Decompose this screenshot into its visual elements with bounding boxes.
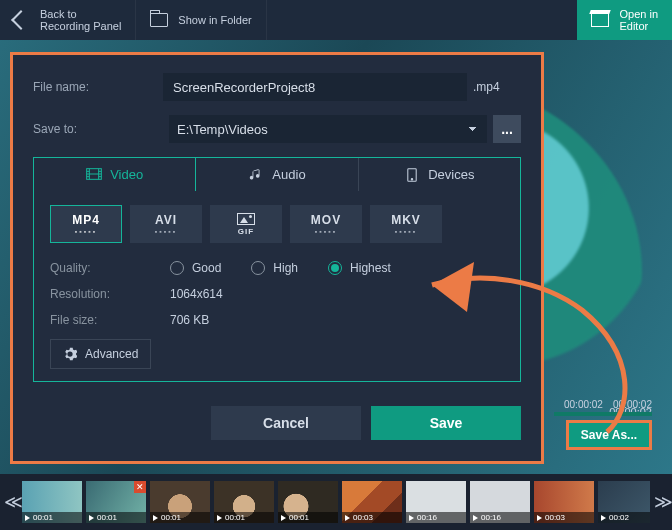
thumb-close-icon[interactable]: ✕	[134, 481, 146, 493]
filename-label: File name:	[33, 80, 163, 94]
tab-video[interactable]: Video	[33, 157, 196, 191]
thumbnail-6[interactable]: 00:16	[406, 481, 466, 523]
video-panel: MP4▪▪▪▪▪ AVI▪▪▪▪▪ GIF MOV▪▪▪▪▪ MKV▪▪▪▪▪ …	[33, 191, 521, 382]
tab-devices[interactable]: Devices	[359, 158, 520, 191]
show-in-folder-label: Show in Folder	[178, 14, 251, 26]
back-line1: Back to	[40, 8, 121, 20]
play-icon	[537, 515, 542, 521]
cancel-button[interactable]: Cancel	[211, 406, 361, 440]
thumbnail-strip: ≪ 00:01✕00:0100:0100:0100:0100:0300:1600…	[0, 474, 672, 530]
advanced-label: Advanced	[85, 347, 138, 361]
play-icon	[601, 515, 606, 521]
folder-icon	[150, 13, 168, 27]
thumbnail-0[interactable]: 00:01	[22, 481, 82, 523]
quality-good[interactable]: Good	[170, 261, 221, 275]
tab-audio-label: Audio	[272, 167, 305, 182]
strip-prev[interactable]: ≪	[4, 491, 18, 513]
play-icon	[89, 515, 94, 521]
back-line2: Recording Panel	[40, 20, 121, 32]
play-icon	[473, 515, 478, 521]
thumbnail-9[interactable]: 00:02	[598, 481, 650, 523]
topbar: Back to Recording Panel Show in Folder O…	[0, 0, 672, 40]
thumbnails: 00:01✕00:0100:0100:0100:0100:0300:1600:1…	[22, 481, 650, 523]
saveto-select[interactable]: E:\Temp\Videos	[169, 115, 487, 143]
filesize-value: 706 KB	[170, 313, 209, 327]
advanced-button[interactable]: Advanced	[50, 339, 151, 369]
save-as-button[interactable]: Save As...	[566, 420, 652, 450]
play-icon	[153, 515, 158, 521]
format-tabs: Video Audio Devices	[33, 157, 521, 191]
format-gif[interactable]: GIF	[210, 205, 282, 243]
play-icon	[217, 515, 222, 521]
thumbnail-8[interactable]: 00:03	[534, 481, 594, 523]
progress-bar[interactable]	[554, 412, 652, 416]
time-tick-end: 00:00:02	[613, 399, 652, 410]
format-avi[interactable]: AVI▪▪▪▪▪	[130, 205, 202, 243]
play-icon	[345, 515, 350, 521]
resolution-value: 1064x614	[170, 287, 223, 301]
thumbnail-2[interactable]: 00:01	[150, 481, 210, 523]
filename-input[interactable]	[163, 73, 467, 101]
clapper-icon	[591, 13, 609, 27]
thumbnail-1[interactable]: ✕00:01	[86, 481, 146, 523]
time-tick-start: 00:00:02	[564, 399, 603, 410]
thumbnail-7[interactable]: 00:16	[470, 481, 530, 523]
quality-label: Quality:	[50, 261, 170, 275]
device-icon	[404, 168, 420, 182]
format-mkv[interactable]: MKV▪▪▪▪▪	[370, 205, 442, 243]
tab-audio[interactable]: Audio	[196, 158, 358, 191]
quality-high[interactable]: High	[251, 261, 298, 275]
format-mov[interactable]: MOV▪▪▪▪▪	[290, 205, 362, 243]
open-editor-l1: Open in	[619, 8, 658, 20]
arrow-left-icon	[11, 10, 31, 30]
browse-button[interactable]: ...	[493, 115, 521, 143]
quality-radios: Good High Highest	[170, 261, 391, 275]
open-in-editor-button[interactable]: Open in Editor	[577, 0, 672, 40]
music-icon	[248, 168, 264, 182]
play-icon	[281, 515, 286, 521]
thumbnail-3[interactable]: 00:01	[214, 481, 274, 523]
save-dialog: File name: .mp4 Save to: E:\Temp\Videos …	[10, 52, 544, 464]
image-icon	[237, 213, 255, 225]
show-in-folder-button[interactable]: Show in Folder	[136, 0, 266, 40]
quality-highest[interactable]: Highest	[328, 261, 391, 275]
film-icon	[86, 167, 102, 181]
thumbnail-5[interactable]: 00:03	[342, 481, 402, 523]
resolution-label: Resolution:	[50, 287, 170, 301]
tab-devices-label: Devices	[428, 167, 474, 182]
filesize-label: File size:	[50, 313, 170, 327]
tab-video-label: Video	[110, 167, 143, 182]
strip-next[interactable]: ≫	[654, 491, 668, 513]
svg-point-9	[411, 178, 412, 179]
saveto-label: Save to:	[33, 122, 163, 136]
format-mp4[interactable]: MP4▪▪▪▪▪	[50, 205, 122, 243]
thumbnail-4[interactable]: 00:01	[278, 481, 338, 523]
format-list: MP4▪▪▪▪▪ AVI▪▪▪▪▪ GIF MOV▪▪▪▪▪ MKV▪▪▪▪▪	[50, 205, 504, 243]
filename-ext: .mp4	[473, 80, 521, 94]
back-button[interactable]: Back to Recording Panel	[0, 0, 136, 40]
save-button[interactable]: Save	[371, 406, 521, 440]
play-icon	[409, 515, 414, 521]
open-editor-l2: Editor	[619, 20, 658, 32]
play-icon	[25, 515, 30, 521]
gear-icon	[63, 347, 77, 361]
